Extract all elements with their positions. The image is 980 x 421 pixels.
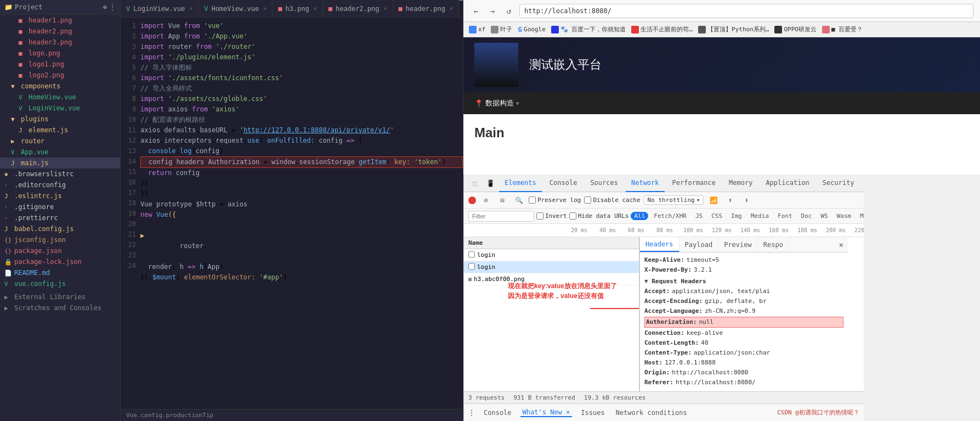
sidebar-item-loginview[interactable]: V LoginView.vue xyxy=(0,103,120,114)
tab-close-btn[interactable]: × xyxy=(263,5,267,12)
tab-performance[interactable]: Performance xyxy=(667,175,721,192)
tab-sources[interactable]: Sources xyxy=(585,175,624,192)
sidebar-folder-plugins[interactable]: ▼ plugins xyxy=(0,114,120,125)
tab-console[interactable]: Console xyxy=(544,175,583,192)
sidebar-item-babelconfig[interactable]: J babel.config.js xyxy=(0,223,120,234)
sidebar-item-header1[interactable]: ■ header1.png xyxy=(0,15,120,26)
network-row-h3png[interactable]: ■ h3.abc0f00.png xyxy=(464,273,639,285)
detail-tab-headers[interactable]: Headers xyxy=(640,237,679,252)
tab-security[interactable]: Security xyxy=(817,175,860,192)
sidebar-item-packagelock[interactable]: 🔒 package-lock.json xyxy=(0,256,120,267)
sidebar-item-editorconfig[interactable]: · .editorconfig xyxy=(0,179,120,190)
sidebar-settings-icon[interactable]: ⋮ xyxy=(109,3,116,11)
throttle-dropdown[interactable]: No throttling ▾ xyxy=(644,195,704,205)
filter-input[interactable] xyxy=(468,211,534,222)
sidebar-item-external-libraries[interactable]: ▶ External Libraries xyxy=(0,291,120,302)
sidebar-item-readme[interactable]: 📄 README.md xyxy=(0,267,120,278)
sidebar-folder-router[interactable]: ▶ router xyxy=(0,136,120,147)
filter-pill-wasm[interactable]: Wasm xyxy=(834,212,855,220)
devtools-inspect-btn[interactable]: ⬚ xyxy=(468,177,481,190)
tab-elements[interactable]: Elements xyxy=(499,175,542,192)
network-row-login1[interactable]: login xyxy=(464,249,639,261)
filter-pill-all[interactable]: All xyxy=(631,212,648,220)
console-menu-icon[interactable]: ⋮ xyxy=(468,409,475,417)
import-icon[interactable]: ⬆ xyxy=(723,194,737,207)
sidebar-item-header3[interactable]: ■ header3.png xyxy=(0,37,120,48)
request-headers-section-title[interactable]: Request Headers xyxy=(644,278,843,285)
network-row-login2[interactable]: login xyxy=(464,261,639,273)
code-content-area[interactable]: 12345 678910 1112131415 1617181920 21222… xyxy=(121,18,463,409)
bookmark-oppo[interactable]: OPPO研发云 xyxy=(774,25,817,33)
sidebar-item-logo2[interactable]: ■ logo2.png xyxy=(0,70,120,81)
filter-pill-manifest[interactable]: Manifest xyxy=(857,212,864,220)
bookmark-google[interactable]: G Google xyxy=(518,25,546,33)
filter-pill-js[interactable]: JS xyxy=(692,212,706,220)
tab-close-btn[interactable]: × xyxy=(450,5,453,12)
bookmark-置顶[interactable]: 【置顶】Python系列… xyxy=(698,25,769,33)
filter-pill-img[interactable]: Img xyxy=(728,212,745,220)
record-btn[interactable] xyxy=(468,197,476,204)
sidebar-item-packagejson[interactable]: {} package.json xyxy=(0,245,120,256)
detail-close-btn[interactable]: × xyxy=(835,237,848,252)
invert-checkbox[interactable]: Invert xyxy=(536,212,567,220)
console-tab-network-conditions[interactable]: Network conditions xyxy=(614,409,689,417)
sidebar-item-appvue[interactable]: V App.vue xyxy=(0,147,120,158)
bookmark-xf[interactable]: xf xyxy=(469,26,485,33)
filter-pill-css[interactable]: CSS xyxy=(708,212,726,220)
back-button[interactable]: ← xyxy=(470,5,482,17)
filter-pill-ws[interactable]: WS xyxy=(817,212,831,220)
sidebar-item-eslintrc[interactable]: J .eslintrc.js xyxy=(0,190,120,201)
bookmark-baidu[interactable]: 🐾 百度一下，你就知道 xyxy=(551,25,626,33)
detail-tab-payload[interactable]: Payload xyxy=(679,237,719,252)
preserve-log-checkbox[interactable]: Preserve log xyxy=(529,197,581,204)
filter-pill-media[interactable]: Media xyxy=(747,212,772,220)
sidebar-expand-icon[interactable]: ⊕ xyxy=(103,3,107,11)
clear-btn[interactable]: ⊘ xyxy=(479,194,492,207)
devtools-device-btn[interactable]: 📱 xyxy=(484,177,497,190)
nav-item-data-construct[interactable]: 📍 数据构造 ▾ xyxy=(474,98,519,108)
console-tab-issues[interactable]: Issues xyxy=(579,409,607,417)
tab-homeview[interactable]: V HomeView.vue × xyxy=(199,0,273,17)
url-bar[interactable]: http://localhost:8080/ xyxy=(519,4,973,18)
detail-tab-preview[interactable]: Preview xyxy=(718,237,758,252)
tab-loginview[interactable]: V LoginView.vue × xyxy=(121,0,199,17)
disable-cache-checkbox[interactable]: Disable cache xyxy=(584,197,640,204)
sidebar-item-prettierrc[interactable]: · .prettierrc xyxy=(0,212,120,223)
search-btn[interactable]: 🔍 xyxy=(512,194,525,207)
sidebar-item-logo1[interactable]: ■ logo1.png xyxy=(0,59,120,70)
sidebar-item-vueconfigjs[interactable]: V vue.config.js xyxy=(0,278,120,289)
tab-memory[interactable]: Memory xyxy=(723,175,758,192)
export-icon[interactable]: ⬇ xyxy=(740,194,753,207)
tab-network[interactable]: Network xyxy=(626,175,665,192)
tab-mainjs[interactable]: J main.js xyxy=(459,0,463,17)
sidebar-item-header2[interactable]: ■ header2.png xyxy=(0,26,120,37)
tab-close-btn[interactable]: × xyxy=(189,5,192,12)
filter-pill-doc[interactable]: Doc xyxy=(798,212,815,220)
wifi-icon[interactable]: 📶 xyxy=(707,194,720,207)
sidebar-item-jsconfigjson[interactable]: {} jsconfig.json xyxy=(0,234,120,245)
tab-application[interactable]: Application xyxy=(760,175,814,192)
console-tab-console[interactable]: Console xyxy=(481,409,514,417)
tab-header2png[interactable]: ■ header2.png × xyxy=(323,0,393,17)
detail-tab-response[interactable]: Respo xyxy=(758,237,789,252)
bookmark-aicode[interactable]: ■ 百爱受？ xyxy=(822,25,863,33)
tab-performance-ins[interactable]: Performance ins xyxy=(862,175,864,192)
forward-button[interactable]: → xyxy=(486,5,499,17)
tab-headerpng[interactable]: ■ header.png × xyxy=(393,0,460,17)
reload-button[interactable]: ↺ xyxy=(503,5,515,17)
filter-pill-fetch-xhr[interactable]: Fetch/XHR xyxy=(650,212,690,220)
sidebar-item-scratches[interactable]: ▶ Scratches and Consoles xyxy=(0,302,120,313)
tab-close-btn[interactable]: × xyxy=(384,5,387,12)
hide-data-urls-checkbox[interactable]: Hide data URLs xyxy=(569,212,629,220)
sidebar-item-logo[interactable]: ■ logo.png xyxy=(0,48,120,59)
tab-h3png[interactable]: ■ h3.png × xyxy=(273,0,323,17)
sidebar-item-browserslistrc[interactable]: ✱ .browserslistrc xyxy=(0,169,120,179)
sidebar-item-elementjs[interactable]: J element.js xyxy=(0,125,120,136)
bookmark-csdn[interactable]: 生活不止眼前的苟… xyxy=(631,25,693,33)
sidebar-folder-components[interactable]: ▼ components xyxy=(0,81,120,92)
console-tab-whatsnew[interactable]: What's New × xyxy=(520,408,573,417)
sidebar-item-mainjs[interactable]: J main.js xyxy=(0,158,120,169)
filter-pill-font[interactable]: Font xyxy=(774,212,796,220)
sidebar-item-homeview[interactable]: V HomeView.vue xyxy=(0,92,120,103)
tab-close-btn[interactable]: × xyxy=(314,5,317,12)
